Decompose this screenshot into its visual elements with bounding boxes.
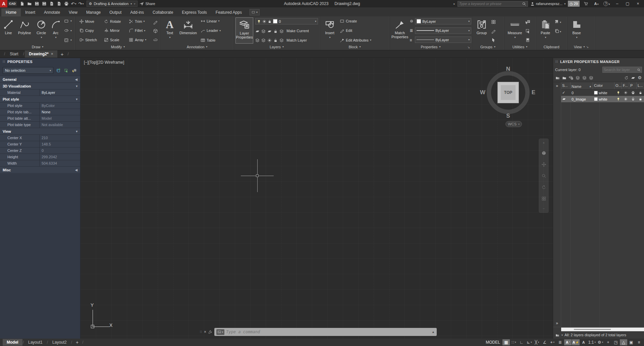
edit-attributes-button[interactable]: Edit Attributes▾ xyxy=(338,37,385,43)
help-menu[interactable]: ?▾ xyxy=(603,1,611,6)
layers-panel-label[interactable]: Layers▾ xyxy=(234,44,320,50)
palette-grip-icon[interactable]: ⁞⁞ xyxy=(3,60,5,63)
draw-panel-label[interactable]: Draw▾ xyxy=(0,44,75,50)
redo-button[interactable]: ↷▾ xyxy=(78,0,85,7)
mirror-button[interactable]: Mirror xyxy=(103,28,127,34)
quick-calculator-button[interactable] xyxy=(525,37,530,43)
navbar-customize-icon[interactable]: – xyxy=(543,207,544,210)
viewcube-east[interactable]: E xyxy=(532,89,535,96)
section-plot-style[interactable]: Plot style▾ xyxy=(0,96,80,102)
close-button[interactable]: × xyxy=(634,1,642,6)
snap-mode-toggle[interactable]: ∷▾ xyxy=(510,339,518,345)
layer-row-0-image[interactable]: 0_Image white xyxy=(561,96,644,102)
graphics-performance-button[interactable]: △ xyxy=(620,339,627,345)
groups-panel-label[interactable]: Groups▾ xyxy=(472,44,504,50)
customize-status-bar-button[interactable]: ≡ xyxy=(635,339,643,345)
object-snap-tracking-toggle[interactable]: ╳▾ xyxy=(533,339,541,345)
linear-button[interactable]: Linear▾ xyxy=(199,18,229,24)
explode-button[interactable] xyxy=(153,27,158,34)
share-button[interactable]: Share xyxy=(140,2,155,6)
print-icon[interactable] xyxy=(63,0,70,7)
layer-color-cell[interactable]: white xyxy=(593,91,614,95)
new-file-icon[interactable] xyxy=(19,0,25,7)
new-group-filter-button[interactable] xyxy=(562,75,567,80)
layer-color-cell[interactable]: white xyxy=(593,97,614,101)
file-tab-start[interactable]: Start xyxy=(6,50,22,58)
quick-select-button[interactable] xyxy=(525,18,530,24)
model-tab[interactable]: Model xyxy=(3,339,22,346)
set-current-layer-button[interactable] xyxy=(589,75,593,80)
lineweight-icon[interactable]: ≣ xyxy=(410,28,414,33)
ellipse-button[interactable]: ▾ xyxy=(63,28,73,34)
viewport-controls[interactable]: [−][Top][2D Wireframe] xyxy=(84,60,124,65)
command-close-icon[interactable]: × xyxy=(204,330,206,334)
share-drawing-icon[interactable] xyxy=(56,0,62,7)
ucs-icon[interactable]: TOP Y X xyxy=(89,305,115,331)
select-all-button[interactable] xyxy=(525,27,530,34)
layer-unlock-button[interactable] xyxy=(273,38,278,43)
object-color-dropdown[interactable]: ByLayer▾ xyxy=(415,18,471,24)
layer-off-button[interactable] xyxy=(255,28,260,33)
selection-type-dropdown[interactable]: No selection▾ xyxy=(3,67,53,74)
command-prompt-icon[interactable]: ▾ xyxy=(216,329,224,335)
match-layer-button[interactable]: Match Layer xyxy=(285,37,308,43)
group-selection-button[interactable] xyxy=(491,37,496,43)
autocad-logo[interactable]: A xyxy=(0,0,7,7)
dimension-button[interactable]: Dimension xyxy=(178,17,199,44)
search-expand-icon[interactable]: ▸ xyxy=(454,2,455,5)
orbit-icon[interactable] xyxy=(541,184,546,190)
property-row[interactable]: Center Y148.5 xyxy=(0,141,80,147)
copy-button[interactable]: Copy xyxy=(78,28,103,34)
annotation-scale-icon[interactable]: A xyxy=(580,339,587,345)
palette-grip-icon[interactable]: ⁞⁞ xyxy=(555,60,558,63)
line-button[interactable]: Line xyxy=(2,17,15,44)
layer-on-button[interactable] xyxy=(255,38,260,43)
steering-wheel-icon[interactable] xyxy=(541,151,546,156)
tab-featured-apps[interactable]: Featured Apps xyxy=(211,8,246,16)
match-properties-button[interactable]: Match Properties xyxy=(391,17,408,44)
properties-palette-titlebar[interactable]: ⁞⁞ PROPERTIES xyxy=(0,58,80,65)
annotation-scale-dropdown[interactable]: 1:1▾ xyxy=(588,339,596,345)
command-grip-icon[interactable]: ⁞⁞ xyxy=(200,330,202,334)
group-edit-button[interactable] xyxy=(491,27,496,34)
rectangle-button[interactable]: ▾ xyxy=(63,18,73,24)
property-row[interactable]: Center Z0 xyxy=(0,147,80,154)
view-panel-label[interactable]: View▾↘ xyxy=(567,44,595,50)
plot-icon[interactable] xyxy=(48,0,55,7)
zoom-extents-icon[interactable] xyxy=(541,172,546,178)
copy-clip-button[interactable]: ▾ xyxy=(554,28,561,34)
tab-collaborate[interactable]: Collaborate xyxy=(148,8,177,16)
wcs-dropdown[interactable]: WCS▿ xyxy=(505,121,522,127)
chevron-down-icon[interactable]: ▾ xyxy=(561,334,563,337)
workspace-switcher[interactable]: ⚙ Drafting & Annotation ▾ ▿ xyxy=(87,1,138,7)
model-space-toggle[interactable]: MODEL xyxy=(486,340,500,345)
viewcube-north[interactable]: N xyxy=(506,66,510,72)
new-property-filter-button[interactable] xyxy=(555,75,560,80)
polyline-button[interactable]: Polyline xyxy=(16,17,33,44)
layer-list-header[interactable]: S... Name▲ Color O... F... P L... xyxy=(561,82,644,90)
section-misc[interactable]: Misc◀ xyxy=(0,166,80,173)
measure-button[interactable]: Measure▾ xyxy=(506,17,524,44)
expand-filter-tree-button[interactable]: » xyxy=(556,321,558,326)
utilities-panel-label[interactable]: Utilities▾ xyxy=(504,44,536,50)
settings-gear-button[interactable]: ⚙ xyxy=(638,75,642,80)
tab-manage[interactable]: Manage xyxy=(82,8,105,16)
move-button[interactable]: Move xyxy=(78,18,103,24)
select-objects-button[interactable] xyxy=(63,67,69,73)
layer-settings-states-button[interactable] xyxy=(631,75,635,80)
lineweight-dropdown[interactable]: ByLayer▾ xyxy=(415,27,471,34)
section-view[interactable]: View▾ xyxy=(0,128,80,134)
layer-lock-toggle[interactable] xyxy=(637,91,644,95)
new-drawing-tab-button[interactable]: + xyxy=(61,51,64,57)
tab-add-ins[interactable]: Add-ins xyxy=(126,8,148,16)
tab-express-tools[interactable]: Express Tools xyxy=(177,8,211,16)
tab-annotate[interactable]: Annotate xyxy=(40,8,64,16)
overkill-button[interactable] xyxy=(153,37,158,43)
cart-icon[interactable] xyxy=(582,1,590,6)
delete-layer-button[interactable] xyxy=(582,75,587,80)
property-row[interactable]: Plot table typeNot available xyxy=(0,121,80,128)
group-button[interactable]: Group xyxy=(474,17,490,44)
base-button[interactable]: Base▾ xyxy=(569,17,584,44)
viewcube[interactable]: TOP N S W E xyxy=(483,67,533,118)
grid-toggle[interactable]: ▦ xyxy=(502,339,510,345)
